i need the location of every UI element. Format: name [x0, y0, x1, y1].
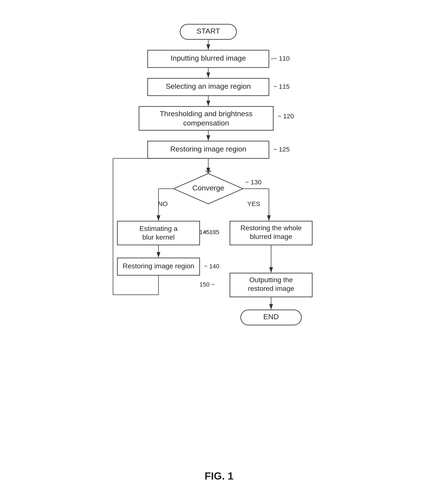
ref-125: ~ 125	[273, 146, 290, 153]
label-140: Restoring image region	[122, 262, 194, 270]
ref-110: ~ 110	[273, 55, 290, 62]
ref-140: ~ 140	[204, 263, 219, 270]
label-135b: blur kernel	[142, 233, 175, 241]
label-yes: YES	[247, 200, 260, 207]
start-label: START	[196, 27, 220, 35]
flowchart-svg: START Inputting blurred image ~ 110 Sele…	[100, 18, 338, 461]
label-120b: compensation	[183, 119, 229, 127]
ref-150: 150 ~	[199, 281, 215, 288]
ref-130: ~ 130	[245, 179, 262, 186]
ref-145: 145 ~	[199, 229, 215, 236]
end-label: END	[263, 312, 279, 321]
label-120a: Thresholding and brightness	[160, 109, 252, 118]
ref-115: ~ 115	[273, 83, 290, 90]
ref-120: ~ 120	[278, 113, 294, 120]
label-110: Inputting blurred image	[171, 54, 246, 62]
diagram-container: START Inputting blurred image ~ 110 Sele…	[100, 5, 338, 499]
label-145a: Restoring the whole	[240, 224, 302, 232]
label-135a: Estimating a	[139, 225, 177, 232]
label-115: Selecting an image region	[166, 82, 251, 90]
label-150a: Outputting the	[249, 276, 293, 284]
label-150b: restored image	[248, 285, 294, 292]
label-no: NO	[158, 200, 168, 207]
label-130: Converge	[192, 184, 224, 192]
merge-tick-1b	[206, 171, 208, 173]
merge-tick-2a	[208, 169, 211, 172]
label-145b: blurred image	[250, 233, 292, 240]
label-125: Restoring image region	[170, 145, 246, 153]
figure-caption: FIG. 1	[205, 470, 233, 482]
